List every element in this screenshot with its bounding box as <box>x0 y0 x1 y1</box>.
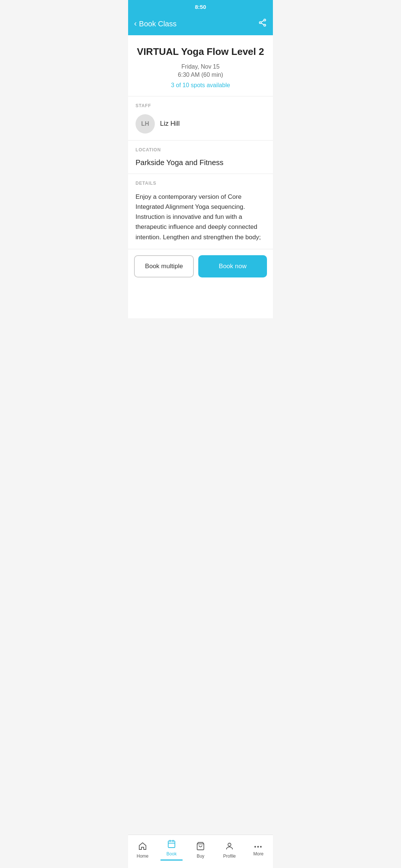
nav-label-buy: Buy <box>197 854 205 859</box>
svg-point-10 <box>228 843 231 846</box>
svg-point-0 <box>264 19 266 21</box>
bottom-nav: Home Book Buy <box>128 835 273 868</box>
buy-icon <box>196 842 205 852</box>
header-title: Book Class <box>139 20 176 28</box>
status-time: 8:50 <box>195 4 206 10</box>
svg-line-3 <box>261 20 264 22</box>
share-button[interactable] <box>258 18 267 29</box>
spots-available: 3 of 10 spots available <box>136 82 265 89</box>
content-area: VIRTUAL Yoga Flow Level 2 Friday, Nov 15… <box>128 35 273 318</box>
nav-item-more[interactable]: ••• More <box>244 842 273 858</box>
nav-label-profile: Profile <box>223 854 236 859</box>
details-label: DETAILS <box>136 181 265 186</box>
class-title: VIRTUAL Yoga Flow Level 2 <box>136 46 265 58</box>
class-date: Friday, Nov 15 <box>136 63 265 70</box>
bottom-spacer <box>128 285 273 318</box>
back-arrow-icon: ‹ <box>134 20 137 28</box>
more-icon: ••• <box>254 844 263 850</box>
back-button[interactable]: ‹ Book Class <box>134 20 176 28</box>
nav-item-home[interactable]: Home <box>128 840 157 860</box>
details-text: Enjoy a contemporary version of Core Int… <box>136 192 265 242</box>
svg-point-1 <box>260 22 261 24</box>
staff-initials: LH <box>141 121 149 127</box>
class-title-section: VIRTUAL Yoga Flow Level 2 Friday, Nov 15… <box>128 35 273 96</box>
svg-rect-5 <box>168 841 175 848</box>
staff-section: STAFF LH Liz Hill <box>128 96 273 141</box>
nav-item-profile[interactable]: Profile <box>215 840 244 860</box>
svg-point-2 <box>264 24 266 26</box>
location-label: LOCATION <box>136 147 265 152</box>
book-now-button[interactable]: Book now <box>198 255 267 277</box>
nav-label-book: Book <box>166 851 176 857</box>
svg-line-4 <box>261 23 264 24</box>
nav-label-home: Home <box>137 854 149 859</box>
book-multiple-button[interactable]: Book multiple <box>134 255 194 277</box>
nav-label-more: More <box>253 851 263 857</box>
location-name: Parkside Yoga and Fitness <box>136 158 265 167</box>
profile-icon <box>225 842 234 852</box>
share-icon <box>258 18 267 27</box>
details-section: DETAILS Enjoy a contemporary version of … <box>128 174 273 249</box>
book-icon <box>167 839 176 850</box>
nav-item-book[interactable]: Book <box>157 838 186 862</box>
action-buttons: Book multiple Book now <box>128 249 273 285</box>
header: ‹ Book Class <box>128 14 273 35</box>
home-icon <box>138 842 147 852</box>
staff-row: LH Liz Hill <box>136 114 265 134</box>
status-bar: 8:50 <box>128 0 273 14</box>
staff-label: STAFF <box>136 103 265 108</box>
nav-item-buy[interactable]: Buy <box>186 840 215 860</box>
staff-avatar: LH <box>136 114 155 134</box>
location-section: LOCATION Parkside Yoga and Fitness <box>128 141 273 174</box>
staff-name: Liz Hill <box>160 120 180 128</box>
class-time: 6:30 AM (60 min) <box>136 72 265 78</box>
